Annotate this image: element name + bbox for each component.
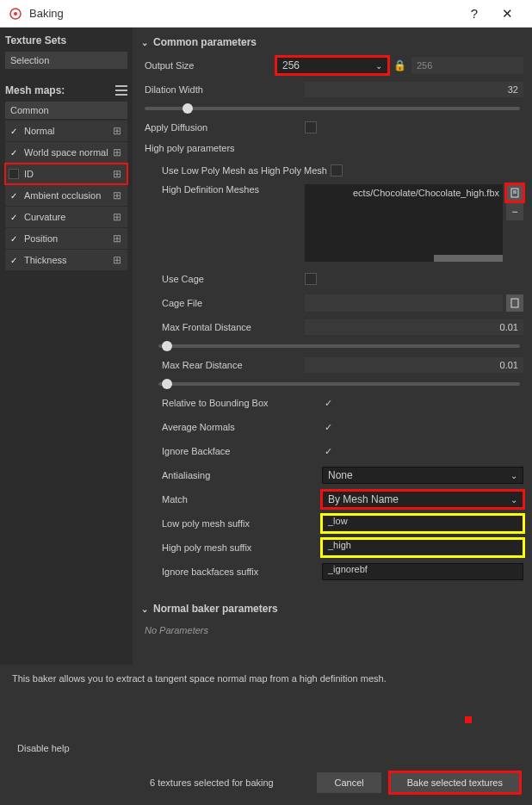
close-button[interactable]: ✕ bbox=[491, 6, 523, 22]
dilation-label: Dilation Width bbox=[141, 84, 305, 95]
chevron-down-icon: ⌄ bbox=[375, 61, 382, 71]
gear-icon[interactable]: ⊞ bbox=[110, 146, 124, 158]
section-title: Common parameters bbox=[153, 36, 257, 48]
use-low-as-high-checkbox[interactable] bbox=[331, 164, 343, 176]
map-label: ID bbox=[24, 169, 110, 179]
map-item-normal[interactable]: ✓ Normal ⊞ bbox=[5, 121, 127, 141]
low-suffix-label: Low poly mesh suffix bbox=[158, 518, 322, 529]
max-rear-slider[interactable] bbox=[158, 382, 520, 386]
apply-diffusion-label: Apply Diffusion bbox=[141, 122, 305, 133]
browse-cage-button[interactable] bbox=[506, 294, 523, 312]
avg-normals-label: Average Normals bbox=[158, 422, 322, 432]
map-item-world-normal[interactable]: ✓ World space normal ⊞ bbox=[5, 142, 127, 163]
map-item-position[interactable]: ✓ Position ⊞ bbox=[5, 228, 127, 249]
map-label: World space normal bbox=[24, 147, 110, 158]
footer-panel: This baker allows you to extract a tange… bbox=[0, 665, 532, 805]
ignore-bf-suffix-label: Ignore backfaces suffix bbox=[158, 567, 322, 577]
antialiasing-value: None bbox=[328, 469, 353, 481]
content-panel: ⌄ Common parameters Output Size 256 ⌄ 🔒 … bbox=[133, 28, 532, 665]
max-frontal-input[interactable] bbox=[305, 319, 523, 335]
texture-set-selection[interactable]: Selection bbox=[5, 52, 127, 69]
check-icon[interactable]: ✓ bbox=[9, 255, 19, 265]
gear-icon[interactable]: ⊞ bbox=[110, 211, 124, 223]
high-suffix-input[interactable]: _high bbox=[322, 539, 523, 556]
output-size-value: 256 bbox=[282, 59, 300, 71]
map-label: Thickness bbox=[24, 255, 110, 265]
dilation-input[interactable] bbox=[305, 82, 523, 97]
meshmaps-menu-icon[interactable] bbox=[115, 85, 127, 96]
app-logo-icon bbox=[9, 7, 22, 21]
max-frontal-slider[interactable] bbox=[158, 344, 520, 348]
map-item-thickness[interactable]: ✓ Thickness ⊞ bbox=[5, 250, 127, 270]
check-icon[interactable]: ✓ bbox=[9, 126, 19, 136]
bake-button[interactable]: Bake selected textures bbox=[390, 772, 520, 793]
ignore-backface-checkbox[interactable] bbox=[322, 445, 334, 457]
gear-icon[interactable]: ⊞ bbox=[110, 168, 124, 180]
check-icon[interactable]: ✓ bbox=[9, 190, 19, 201]
map-label: Position bbox=[24, 233, 110, 244]
map-item-ao[interactable]: ✓ Ambient occlusion ⊞ bbox=[5, 185, 127, 206]
remove-mesh-button[interactable]: − bbox=[506, 203, 523, 220]
use-cage-label: Use Cage bbox=[158, 274, 305, 284]
section-common-parameters[interactable]: ⌄ Common parameters bbox=[141, 36, 523, 48]
section-title: Normal baker parameters bbox=[153, 603, 278, 615]
cage-file-field bbox=[305, 294, 503, 312]
section-normal-baker[interactable]: ⌄ Normal baker parameters bbox=[141, 603, 523, 615]
match-value: By Mesh Name bbox=[328, 493, 399, 505]
sidebar: Texture Sets Selection Mesh maps: Common… bbox=[0, 28, 133, 665]
check-icon[interactable]: ✓ bbox=[9, 212, 19, 222]
max-rear-label: Max Rear Distance bbox=[158, 360, 305, 370]
window-title: Baking bbox=[29, 7, 458, 20]
ignore-bf-suffix-input[interactable]: _ignorebf bbox=[322, 563, 523, 580]
no-parameters-label: No Parameters bbox=[141, 622, 523, 639]
texture-sets-label: Texture Sets bbox=[5, 34, 127, 46]
svg-rect-5 bbox=[511, 299, 518, 307]
high-def-meshes-label: High Definition Meshes bbox=[158, 184, 305, 195]
checkbox-off[interactable] bbox=[9, 169, 19, 179]
main-panel: Texture Sets Selection Mesh maps: Common… bbox=[0, 28, 532, 665]
chevron-down-icon: ⌄ bbox=[141, 604, 148, 614]
meshmaps-group-common[interactable]: Common bbox=[5, 102, 127, 119]
cage-file-label: Cage File bbox=[158, 298, 305, 308]
gear-icon[interactable]: ⊞ bbox=[110, 254, 124, 266]
map-label: Curvature bbox=[24, 212, 110, 222]
lock-icon[interactable]: 🔒 bbox=[393, 59, 406, 71]
dilation-slider[interactable] bbox=[145, 107, 520, 110]
check-icon[interactable]: ✓ bbox=[9, 233, 19, 244]
gear-icon[interactable]: ⊞ bbox=[110, 189, 124, 201]
avg-normals-checkbox[interactable] bbox=[322, 421, 334, 433]
help-button[interactable]: ? bbox=[458, 6, 491, 21]
match-dropdown[interactable]: By Mesh Name ⌄ bbox=[322, 491, 523, 508]
output-size-secondary: 256 bbox=[411, 57, 523, 74]
map-label: Normal bbox=[24, 126, 110, 136]
bake-status: 6 textures selected for baking bbox=[12, 777, 274, 788]
antialiasing-dropdown[interactable]: None ⌄ bbox=[322, 467, 523, 484]
low-suffix-input[interactable]: _low bbox=[322, 515, 523, 532]
apply-diffusion-checkbox[interactable] bbox=[305, 121, 317, 133]
relative-bb-checkbox[interactable] bbox=[322, 397, 334, 409]
browse-mesh-button[interactable] bbox=[506, 184, 523, 201]
disable-help-link[interactable]: Disable help bbox=[17, 743, 70, 753]
gear-icon[interactable]: ⊞ bbox=[110, 125, 124, 137]
ignore-backface-label: Ignore Backface bbox=[158, 446, 322, 456]
mesh-list-item[interactable]: ects/Chocolate/Chocolate_high.fbx bbox=[305, 184, 503, 201]
max-rear-input[interactable] bbox=[305, 357, 523, 373]
cancel-button[interactable]: Cancel bbox=[317, 772, 380, 793]
scrollbar[interactable] bbox=[434, 255, 503, 262]
meshmaps-label: Mesh maps: bbox=[5, 84, 65, 96]
chevron-down-icon: ⌄ bbox=[510, 495, 517, 505]
high-suffix-label: High poly mesh suffix bbox=[158, 542, 322, 553]
check-icon[interactable]: ✓ bbox=[9, 147, 19, 158]
high-def-meshes-list[interactable]: ects/Chocolate/Chocolate_high.fbx bbox=[305, 184, 503, 262]
chevron-down-icon: ⌄ bbox=[141, 38, 148, 47]
map-item-curvature[interactable]: ✓ Curvature ⊞ bbox=[5, 207, 127, 227]
output-size-label: Output Size bbox=[141, 60, 276, 71]
max-frontal-label: Max Frontal Distance bbox=[158, 322, 305, 332]
use-cage-checkbox[interactable] bbox=[305, 273, 317, 285]
high-poly-subhead: High poly parameters bbox=[145, 143, 523, 153]
map-item-id[interactable]: ID ⊞ bbox=[5, 164, 127, 184]
baker-description: This baker allows you to extract a tange… bbox=[12, 673, 520, 684]
gear-icon[interactable]: ⊞ bbox=[110, 232, 124, 245]
output-size-dropdown[interactable]: 256 ⌄ bbox=[276, 57, 388, 74]
match-label: Match bbox=[158, 494, 322, 505]
